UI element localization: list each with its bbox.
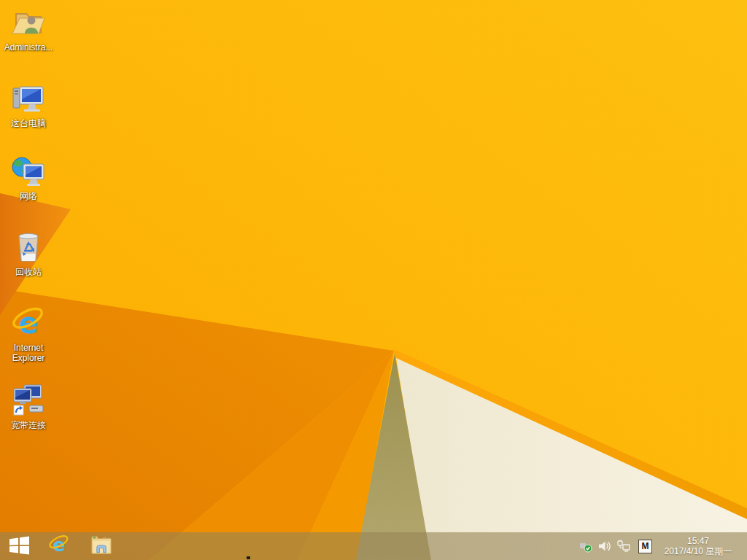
network-globe-icon	[11, 155, 46, 190]
desktop-icon-network[interactable]: 网络	[0, 153, 57, 201]
windows-logo-icon	[9, 536, 29, 557]
start-button[interactable]	[0, 532, 38, 560]
desktop-icon-label: 宽带连接	[0, 420, 57, 430]
network-status-icon[interactable]	[616, 539, 631, 553]
taskbar-clock[interactable]: 15:47 2017/4/10 星期一	[659, 536, 737, 556]
system-tray: M 15:47 2017/4/10 星期一	[574, 532, 747, 560]
desktop: Administra... 这台电脑	[0, 0, 747, 560]
desktop-icon-label: Internet Explorer	[0, 343, 57, 363]
desktop-icon-label: 回收站	[0, 267, 57, 277]
desktop-icon-broadband[interactable]: 宽带连接	[0, 382, 57, 430]
taskbar-internet-explorer[interactable]: e	[38, 532, 80, 560]
desktop-icon-administrator[interactable]: Administra...	[0, 4, 57, 52]
desktop-icon-this-pc[interactable]: 这台电脑	[0, 80, 57, 128]
ie-icon: e	[11, 306, 46, 341]
wallpaper	[0, 0, 747, 560]
mouse-cursor	[247, 556, 250, 559]
ime-indicator[interactable]: M	[638, 540, 652, 553]
desktop-icon-label: 网络	[0, 191, 57, 201]
desktop-icon-recycle-bin[interactable]: 回收站	[0, 229, 57, 277]
taskbar-file-explorer[interactable]	[80, 532, 123, 560]
desktop-icon-label: Administra...	[0, 42, 57, 52]
ie-icon: e	[48, 534, 70, 559]
clock-date: 2017/4/10 星期一	[659, 546, 737, 556]
folder-icon	[90, 535, 112, 558]
clock-time: 15:47	[659, 536, 737, 546]
safely-remove-hardware-icon[interactable]	[578, 539, 593, 553]
taskbar: e	[0, 532, 747, 560]
ime-letter: M	[642, 542, 649, 551]
user-folder-icon	[11, 6, 46, 41]
desktop-icon-internet-explorer[interactable]: e Internet Explorer	[0, 305, 57, 363]
desktop-icon-label: 这台电脑	[0, 118, 57, 128]
recycle-bin-icon	[11, 230, 46, 265]
broadband-connection-icon	[11, 384, 46, 419]
speaker-icon[interactable]	[597, 539, 612, 553]
computer-icon	[11, 82, 46, 117]
